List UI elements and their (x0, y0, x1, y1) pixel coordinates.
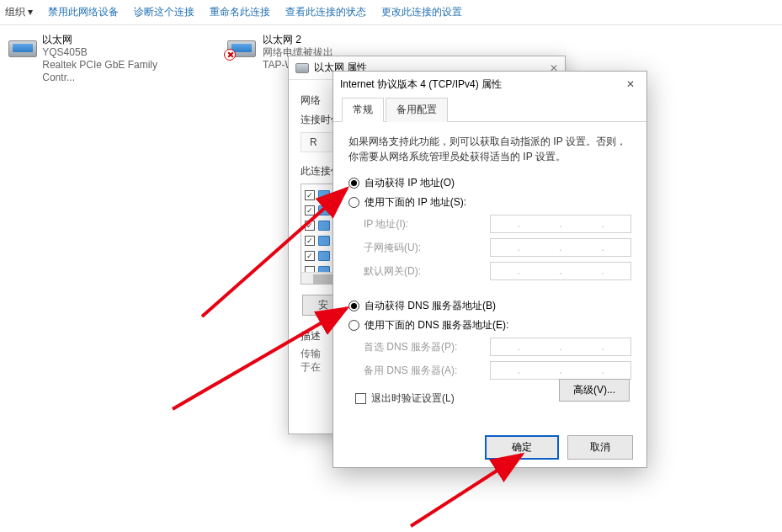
nic-icon (295, 63, 309, 73)
tab-strip: 常规 备用配置 (333, 97, 646, 122)
toolbar-settings[interactable]: 更改此连接的设置 (381, 5, 462, 19)
toolbar-organize[interactable]: 组织 ▾ (5, 5, 33, 19)
field-ip: IP 地址(I): ... (364, 215, 631, 233)
gateway-input[interactable]: ... (490, 262, 631, 280)
radio-icon (348, 197, 359, 208)
mask-input[interactable]: ... (490, 238, 631, 257)
radio-manual-ip[interactable]: 使用下面的 IP 地址(S): (348, 195, 631, 210)
ok-button[interactable]: 确定 (485, 435, 559, 460)
field-gateway: 默认网关(D): ... (364, 262, 631, 280)
tab-general[interactable]: 常规 (342, 98, 384, 122)
radio-icon (348, 320, 359, 331)
radio-manual-dns[interactable]: 使用下面的 DNS 服务器地址(E): (348, 318, 631, 332)
field-dns-pref: 首选 DNS 服务器(P): ... (364, 338, 631, 356)
close-icon[interactable]: ✕ (621, 77, 640, 92)
nic-icon (227, 34, 256, 57)
adapter-name: 以太网 (42, 34, 185, 46)
field-mask: 子网掩码(U): ... (364, 238, 631, 257)
radio-icon (348, 301, 359, 311)
toolbar-disable[interactable]: 禁用此网络设备 (48, 5, 119, 19)
toolbar-rename[interactable]: 重命名此连接 (210, 5, 270, 19)
cancel-button[interactable]: 取消 (567, 435, 633, 460)
intro-text: 如果网络支持此功能，则可以获取自动指派的 IP 设置。否则，你需要从网络系统管理… (348, 134, 631, 164)
tab-alternate[interactable]: 备用配置 (386, 98, 448, 122)
toolbar-diagnose[interactable]: 诊断这个连接 (134, 5, 194, 19)
ip-input[interactable]: ... (490, 215, 631, 233)
radio-auto-ip[interactable]: 自动获得 IP 地址(O) (348, 176, 631, 190)
dialog-title: Internet 协议版本 4 (TCP/IPv4) 属性 (340, 77, 502, 92)
ipv4-properties-dialog: Internet 协议版本 4 (TCP/IPv4) 属性 ✕ 常规 备用配置 … (332, 71, 647, 468)
adapter-driver: Realtek PCIe GbE Family Contr... (42, 59, 185, 84)
advanced-button[interactable]: 高级(V)... (559, 379, 630, 402)
adapter-status: YQS405B (42, 46, 185, 59)
dns-pref-input[interactable]: ... (490, 338, 631, 356)
dialog-titlebar[interactable]: Internet 协议版本 4 (TCP/IPv4) 属性 ✕ (333, 72, 646, 97)
toolbar: 组织 ▾ 禁用此网络设备 诊断这个连接 重命名此连接 查看此连接的状态 更改此连… (0, 0, 782, 25)
checkbox-icon (355, 393, 366, 404)
field-dns-alt: 备用 DNS 服务器(A): ... (364, 361, 631, 380)
adapter-name: 以太网 2 (263, 34, 346, 46)
radio-icon (348, 178, 359, 189)
adapter-ethernet[interactable]: 以太网 YQS405B Realtek PCIe GbE Family Cont… (8, 34, 185, 84)
toolbar-status[interactable]: 查看此连接的状态 (285, 5, 366, 19)
radio-auto-dns[interactable]: 自动获得 DNS 服务器地址(B) (348, 299, 631, 313)
dns-alt-input[interactable]: ... (490, 361, 631, 380)
nic-icon (8, 34, 35, 57)
